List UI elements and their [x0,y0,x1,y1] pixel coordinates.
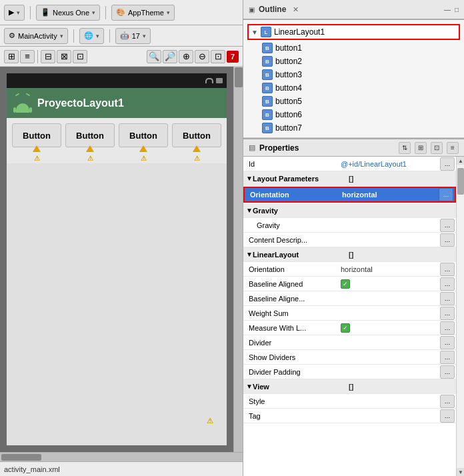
baseline-aligned-checkbox[interactable]: ✓ [341,279,350,289]
tree-item-button2[interactable]: B button2 [257,55,464,68]
activity-selector[interactable]: ⚙ MainActivity ▾ [4,28,68,44]
properties-scrollbar[interactable]: ▲ ▼ [456,157,464,476]
main-toolbar: ▶ ▾ 📱 Nexus One ▾ 🎨 AppTheme ▾ [0,0,243,25]
warn1: ⚠ [12,153,61,163]
prop-edit-tag[interactable]: … [440,409,455,423]
prop-name-gravity-section: Gravity [251,205,345,216]
prop-edit-divider[interactable]: … [440,336,455,349]
prop-row-id: Id @+id/LinearLayout1 … [243,157,456,171]
prop-edit-orientation[interactable]: … [439,188,453,201]
tree-item-button4[interactable]: B button4 [257,81,464,95]
prop-value-weight-sum[interactable] [337,312,440,315]
bottom-scroll-thumb[interactable] [1,454,41,461]
outline-max-btn[interactable]: □ [455,6,459,13]
prop-name-content-desc: Content Descrip... [243,235,337,245]
prop-value-ll-orientation[interactable]: horizontal [337,264,440,275]
layout-grid-btn[interactable]: ⊞ [4,50,19,63]
measure-largest-checkbox[interactable]: ✓ [341,323,350,333]
layout-wrap-btn[interactable]: ⊡ [73,50,87,63]
outline-min-btn[interactable]: — [444,6,451,13]
scroll-up-btn[interactable]: ▲ [457,157,464,165]
bottom-scrollbar[interactable] [0,452,243,461]
zoom-out-btn[interactable]: 🔍 [147,50,161,63]
locale-selector[interactable]: 🌐 ▾ [79,28,104,44]
prop-edit-divider-padding[interactable]: … [440,365,455,379]
prop-name-tag: Tag [243,411,337,421]
section-collapse-layout[interactable]: ▼ [243,175,251,182]
tree-item-button1[interactable]: B button1 [257,41,464,55]
prop-name-ll-orientation: Orientation [243,264,337,275]
scroll-thumb[interactable] [457,168,464,195]
sep1 [30,6,31,19]
action-dropdown[interactable]: ▶ ▾ [4,5,25,21]
prop-row-baseline-aligned: Baseline Aligned ✓ … [243,277,456,291]
prop-value-style[interactable] [337,400,440,403]
properties-title-label: Properties [259,143,395,153]
canvas-button-4[interactable]: Button [172,123,221,147]
prop-edit-style[interactable]: … [440,395,455,408]
tree-item-button3[interactable]: B button3 [257,68,464,81]
prop-value-show-dividers[interactable] [337,356,440,359]
prop-value-baseline-index[interactable] [337,297,440,300]
prop-value-divider-padding[interactable] [337,371,440,373]
api-selector[interactable]: 🤖 17 ▾ [115,28,151,44]
prop-edit-baseline-index[interactable]: … [440,292,455,305]
outline-close-btn[interactable]: ✕ [293,5,299,14]
canvas-scroll-thumb[interactable] [235,67,243,87]
zoom-fit-btn[interactable]: ⊖ [195,50,209,63]
layout-rows-btn[interactable]: ⊠ [57,50,71,63]
prop-value-tag[interactable] [337,415,440,417]
prop-value-content-desc[interactable] [337,239,440,241]
prop-value-id[interactable]: @+id/LinearLayout1 [337,159,440,169]
tree-item-button6[interactable]: B button6 [257,108,464,121]
device-selector[interactable]: 📱 Nexus One ▾ [36,5,100,21]
prop-edit-content-desc[interactable]: … [440,233,455,247]
prop-value-gravity[interactable] [345,224,440,227]
api-chevron: ▾ [143,33,146,39]
prop-value-divider[interactable] [337,341,440,344]
section-collapse-ll[interactable]: ▼ [243,251,251,258]
theme-selector[interactable]: 🎨 AppTheme ▾ [111,5,175,21]
button2-icon: B [262,56,273,67]
props-filter-btn[interactable]: ⊞ [415,142,427,154]
props-expand-btn[interactable]: ⊡ [431,142,443,154]
prop-row-divider-padding: Divider Padding … [243,365,456,379]
root-node-label: LinearLayout1 [274,27,325,37]
device-chevron: ▾ [92,9,95,16]
scroll-down-btn[interactable]: ▼ [457,468,464,476]
prop-edit-show-dividers[interactable]: … [440,351,455,364]
prop-value-measure-largest[interactable]: ✓ [337,322,440,334]
prop-value-orientation[interactable]: horizontal [338,189,439,200]
bottom-warning: ⚠ [207,416,213,425]
zoom-reset-btn[interactable]: ⊡ [211,50,225,63]
canvas-button-1[interactable]: Button [12,123,61,147]
section-collapse-view[interactable]: ▼ [243,383,251,390]
prop-edit-weight-sum[interactable]: … [440,307,455,320]
zoom-in-btn[interactable]: 🔎 [163,50,177,63]
layout-list-btn[interactable]: ≡ [20,50,35,63]
prop-edit-measure-largest[interactable]: … [440,321,455,335]
canvas-button-2[interactable]: Button [65,123,115,147]
prop-value-baseline-aligned[interactable]: ✓ [337,278,440,290]
tree-item-button7[interactable]: B button7 [257,121,464,135]
prop-edit-ll-orientation[interactable]: … [440,263,455,276]
prop-name-view-section: View [251,381,345,392]
properties-container: Id @+id/LinearLayout1 … ▼ Layout Paramet… [243,157,464,476]
canvas-button-3[interactable]: Button [119,123,168,147]
canvas-scrollbar[interactable] [233,67,243,452]
prop-edit-id[interactable]: … [440,157,455,171]
props-cols-btn[interactable]: ≡ [447,142,459,154]
locale-chevron: ▾ [96,33,99,39]
prop-edit-gravity[interactable]: … [440,219,455,232]
prop-edit-baseline-aligned[interactable]: … [440,277,455,291]
layout-cols-btn[interactable]: ⊟ [41,50,55,63]
section-collapse-gravity[interactable]: ▼ [243,207,251,214]
zoom-actual-btn[interactable]: ⊕ [179,50,193,63]
locale-icon: 🌐 [84,31,93,40]
tree-item-button5[interactable]: B button5 [257,95,464,108]
props-sort-btn[interactable]: ⇅ [399,142,411,154]
prop-row-baseline-index: Baseline Aligne... … [243,291,456,306]
scroll-track [457,165,464,468]
tree-root-item[interactable]: ▼ L LinearLayout1 [247,24,460,40]
prop-row-ll-orientation: Orientation horizontal … [243,262,456,277]
